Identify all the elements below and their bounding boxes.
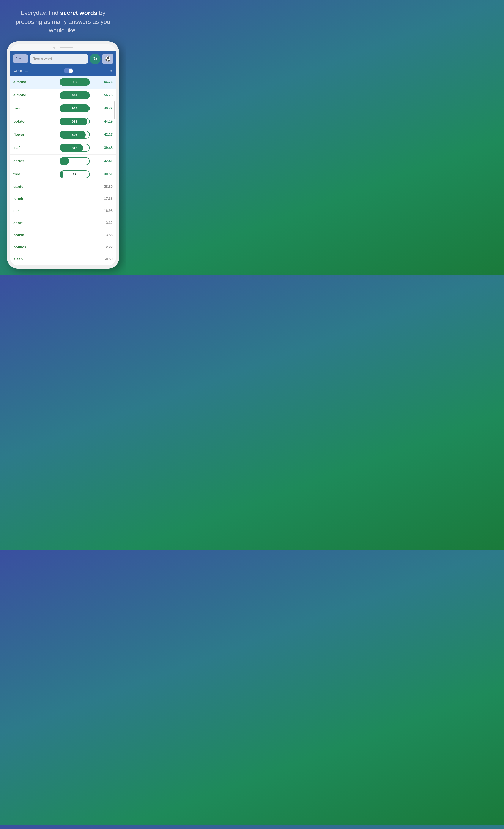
word-row[interactable]: carrot32432.41 [10,154,116,168]
app-toolbar: 1 ▾ Test a word ↻ ⚽ [13,53,113,64]
word-row[interactable]: cake16.98 [10,205,116,217]
word-bar: 324 [60,157,90,165]
word-bar-number: 984 [72,106,77,110]
word-bar: 816 [60,144,90,152]
word-bar-number: 997 [72,80,77,84]
word-name: fruit [13,106,51,111]
word-score: 32.41 [98,159,113,163]
word-score: 44.19 [98,119,113,123]
word-bar-number: 324 [72,159,77,163]
hero-text-plain: Everyday, find [21,9,60,16]
word-row[interactable]: lunch17.38 [10,193,116,205]
word-name: leaf [13,146,51,150]
toggle-container[interactable] [64,68,73,73]
word-bar: 97 [60,170,90,178]
word-score: 49.72 [98,106,113,110]
phone-camera [53,47,55,49]
word-bar-number: 896 [72,133,77,137]
hero-section: Everyday, find secret words by proposing… [0,0,126,41]
word-row[interactable]: garden28.80 [10,181,116,193]
word-name: potato [13,119,51,124]
hero-text-bold: secret words [60,9,98,16]
phone-mockup: 1 ▾ Test a word ↻ ⚽ words · 14 [7,41,119,268]
word-score: 28.80 [98,185,113,189]
word-name: almond [13,80,51,84]
toggle-switch[interactable] [64,68,73,73]
refresh-icon: ↻ [93,56,97,62]
word-bar-container: 896 [51,131,98,139]
help-button[interactable]: ⚽ [102,53,113,64]
word-score: 2.22 [98,245,113,249]
refresh-button[interactable]: ↻ [90,53,101,64]
word-score: 39.48 [98,146,113,150]
word-row[interactable]: house3.56 [10,229,116,241]
word-score: 3.62 [98,221,113,225]
word-bar: 933 [60,118,90,125]
word-score: 3.56 [98,233,113,237]
word-row[interactable]: leaf81639.48 [10,141,116,154]
word-score: 56.76 [98,93,113,97]
word-bar-container: 816 [51,144,98,152]
word-score: 56.76 [98,80,113,84]
word-bar: 896 [60,131,90,139]
phone-inner: 1 ▾ Test a word ↻ ⚽ words · 14 [10,44,116,265]
word-name: sleep [13,257,51,261]
word-name: lunch [13,197,51,201]
word-bar-number: 816 [72,146,77,150]
word-row[interactable]: almond99756.76 [10,89,116,102]
word-bar: 997 [60,78,90,86]
word-bar-container: 984 [51,105,98,112]
word-list: almond99756.76almond99756.76fruit98449.7… [10,76,116,265]
word-name: politics [13,245,51,249]
word-name: garden [13,185,51,189]
word-name: tree [13,172,51,176]
word-score: 30.51 [98,172,113,176]
word-row[interactable]: almond99756.76 [10,76,116,89]
select-value: 1 [16,57,18,61]
word-row[interactable]: tree9730.51 [10,168,116,181]
app-header: 1 ▾ Test a word ↻ ⚽ words · 14 [10,50,116,76]
word-bar: 997 [60,91,90,99]
word-bar: 984 [60,105,90,112]
soccer-icon: ⚽ [105,56,111,62]
chevron-down-icon: ▾ [20,57,21,61]
word-bar-container: 997 [51,78,98,86]
word-bar-container: 997 [51,91,98,99]
word-row[interactable]: politics2.22 [10,241,116,253]
words-count: words · 14 [14,69,28,73]
word-bar-number: 997 [72,93,77,97]
word-row[interactable]: sleep-0.59 [10,253,116,265]
phone-top-bar [10,44,116,50]
scrollbar [114,102,115,119]
word-row[interactable]: potato93344.19 [10,115,116,128]
word-bar-container: 324 [51,157,98,165]
word-row[interactable]: sport3.62 [10,217,116,229]
word-score: 16.98 [98,209,113,213]
word-score: -0.59 [98,257,113,261]
word-row[interactable]: fruit98449.72 [10,102,116,115]
word-input[interactable]: Test a word [30,54,88,64]
input-placeholder: Test a word [33,57,52,61]
word-bar-container: 97 [51,170,98,178]
word-name: almond [13,93,51,97]
phone-speaker [60,47,73,48]
word-bar-number: 97 [73,172,76,176]
word-name: cake [13,209,51,213]
word-name: flower [13,133,51,137]
word-name: carrot [13,159,51,163]
status-bar: words · 14 % [13,67,113,76]
word-bar-number: 933 [72,119,77,123]
number-select[interactable]: 1 ▾ [13,55,28,63]
word-score: 42.17 [98,133,113,137]
word-bar-container: 933 [51,118,98,125]
word-score: 17.38 [98,197,113,201]
word-name: house [13,233,51,237]
word-name: sport [13,221,51,225]
word-row[interactable]: flower89642.17 [10,128,116,141]
pct-label: % [110,69,112,73]
